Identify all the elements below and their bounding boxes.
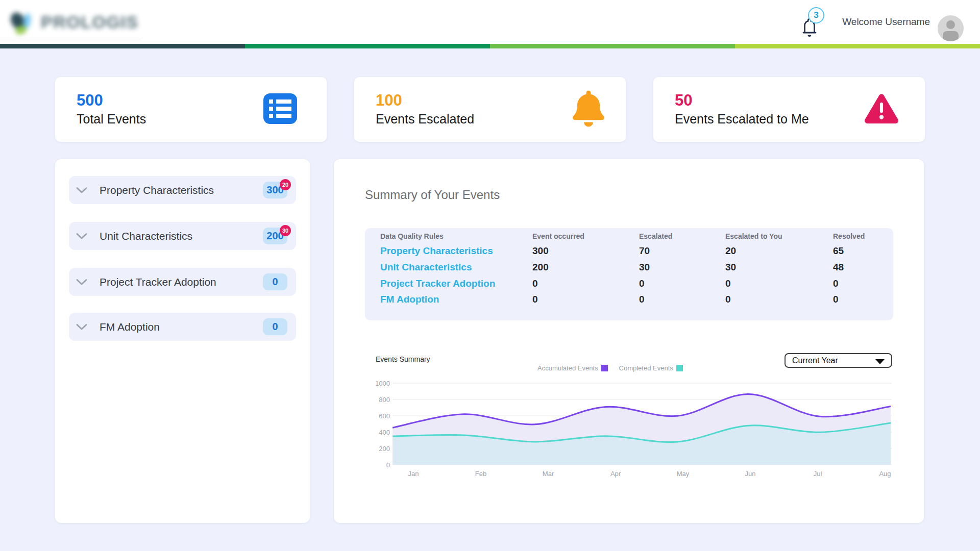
events-escalated-value: 100 <box>376 91 402 110</box>
accordion-label: Unit Characteristics <box>100 230 192 242</box>
events-summary-chart-title: Events Summary <box>376 355 430 363</box>
chevron-down-icon[interactable] <box>76 187 87 193</box>
alert-count-badge: 30 <box>280 225 291 236</box>
svg-text:0: 0 <box>386 461 390 469</box>
table-cell: 30 <box>725 262 736 273</box>
gradient-segment-1 <box>245 44 490 48</box>
accordion-label: FM Adoption <box>100 321 160 333</box>
table-cell: 0 <box>725 294 731 305</box>
stat-card-events-escalated: 100 Events Escalated <box>354 77 626 142</box>
events-summary-chart: 02004006008001000JanFebMarAprMayJunJulAu… <box>357 378 924 487</box>
notifications-button[interactable]: 3 <box>800 4 831 40</box>
table-cell: 200 <box>532 262 549 273</box>
year-filter-dropdown[interactable]: Current Year <box>785 353 892 368</box>
rule-link-unit-characteristics[interactable]: Unit Characteristics <box>380 262 472 273</box>
legend-item-completed-events[interactable]: Completed Events <box>619 364 683 372</box>
legend-swatch <box>676 365 683 371</box>
year-filter-value: Current Year <box>792 356 838 365</box>
total-events-label: Total Events <box>77 112 146 127</box>
table-cell: 65 <box>833 245 844 257</box>
table-cell: 0 <box>532 278 538 289</box>
count-pill: 0 <box>263 273 287 290</box>
table-cell: 70 <box>639 245 650 257</box>
count-pill: 0 <box>263 318 287 335</box>
stat-card-events-escalated-to-me: 50 Events Escalated to Me <box>653 77 925 142</box>
welcome-text: Welcome Username <box>842 0 930 44</box>
table-cell: 0 <box>639 294 645 305</box>
rule-link-fm-adoption[interactable]: FM Adoption <box>380 294 439 305</box>
bell-solid-icon <box>573 90 604 129</box>
svg-text:800: 800 <box>379 396 390 404</box>
warning-triangle-icon <box>863 92 900 128</box>
summary-title: Summary of Your Events <box>365 188 500 202</box>
prologis-logo-mark <box>9 9 36 35</box>
dropdown-arrow-icon <box>875 359 885 364</box>
svg-text:Aug: Aug <box>879 470 891 478</box>
table-cell: 0 <box>532 294 538 305</box>
svg-text:Jul: Jul <box>814 470 822 478</box>
app-header: PROLOGIS 3 Welcome Username <box>0 0 980 44</box>
table-cell: 30 <box>639 262 650 273</box>
chevron-down-icon[interactable] <box>76 279 87 285</box>
gradient-segment-3 <box>735 44 980 48</box>
accordion-label: Property Characteristics <box>100 184 214 196</box>
alert-count-badge: 20 <box>280 179 291 190</box>
accordion-row-fm-adoption[interactable]: FM Adoption0 <box>69 313 296 341</box>
chart-legend: Accumulated EventsCompleted Events <box>537 364 694 372</box>
events-escalated-label: Events Escalated <box>376 112 474 127</box>
user-avatar[interactable] <box>938 15 964 41</box>
rule-link-project-tracker-adoption[interactable]: Project Tracker Adoption <box>380 278 495 289</box>
notification-count-badge: 3 <box>808 7 824 23</box>
gradient-segment-0 <box>0 44 245 48</box>
svg-text:May: May <box>677 470 690 478</box>
accordion-label: Project Tracker Adoption <box>100 276 216 288</box>
summary-panel: Summary of Your Events Data Quality Rule… <box>334 159 924 523</box>
table-header-4: Resolved <box>833 232 865 240</box>
gradient-segment-2 <box>490 44 735 48</box>
svg-text:Apr: Apr <box>610 470 621 478</box>
dashboard-page: PROLOGIS 3 Welcome Username 500 Total Ev… <box>0 0 980 551</box>
table-header-1: Event occurred <box>532 232 584 240</box>
chevron-down-icon[interactable] <box>76 233 87 239</box>
prologis-logo: PROLOGIS <box>9 9 138 35</box>
accordion-row-property-characteristics[interactable]: Property Characteristics30020 <box>69 176 296 204</box>
events-escalated-to-me-label: Events Escalated to Me <box>675 112 809 127</box>
table-header-0: Data Quality Rules <box>380 232 444 240</box>
table-cell: 0 <box>833 278 839 289</box>
svg-text:Jun: Jun <box>745 470 756 478</box>
accordion-row-project-tracker-adoption[interactable]: Project Tracker Adoption0 <box>69 268 296 296</box>
list-icon <box>263 93 297 126</box>
data-quality-rules-panel: Property Characteristics30020Unit Charac… <box>55 159 310 523</box>
svg-text:1000: 1000 <box>375 380 390 387</box>
table-header-3: Escalated to You <box>725 232 782 240</box>
table-header-2: Escalated <box>639 232 672 240</box>
table-cell: 0 <box>725 278 731 289</box>
chevron-down-icon[interactable] <box>76 323 87 330</box>
stat-card-total-events: 500 Total Events <box>55 77 327 142</box>
accordion-row-unit-characteristics[interactable]: Unit Characteristics20030 <box>69 222 296 250</box>
table-cell: 0 <box>833 294 839 305</box>
table-cell: 20 <box>725 245 736 257</box>
avatar-person-icon <box>946 20 955 29</box>
rule-link-property-characteristics[interactable]: Property Characteristics <box>380 245 493 257</box>
table-cell: 48 <box>833 262 844 273</box>
notification-count: 3 <box>814 10 818 20</box>
table-cell: 0 <box>639 278 645 289</box>
brand-gradient-bar <box>0 44 980 48</box>
table-cell: 300 <box>532 245 549 257</box>
svg-text:200: 200 <box>379 445 390 453</box>
logo-container: PROLOGIS <box>0 0 141 40</box>
legend-label: Accumulated Events <box>537 364 598 372</box>
svg-text:Jan: Jan <box>408 470 419 478</box>
svg-text:600: 600 <box>379 412 390 420</box>
svg-text:Mar: Mar <box>543 470 554 478</box>
legend-label: Completed Events <box>619 364 673 372</box>
svg-text:Feb: Feb <box>475 470 486 478</box>
prologis-logo-text: PROLOGIS <box>41 12 138 32</box>
legend-item-accumulated-events[interactable]: Accumulated Events <box>537 364 608 372</box>
total-events-value: 500 <box>77 91 103 110</box>
legend-swatch <box>601 365 608 371</box>
events-escalated-to-me-value: 50 <box>675 91 692 110</box>
summary-table: Data Quality RulesEvent occurredEscalate… <box>365 228 893 320</box>
svg-text:400: 400 <box>379 429 390 436</box>
